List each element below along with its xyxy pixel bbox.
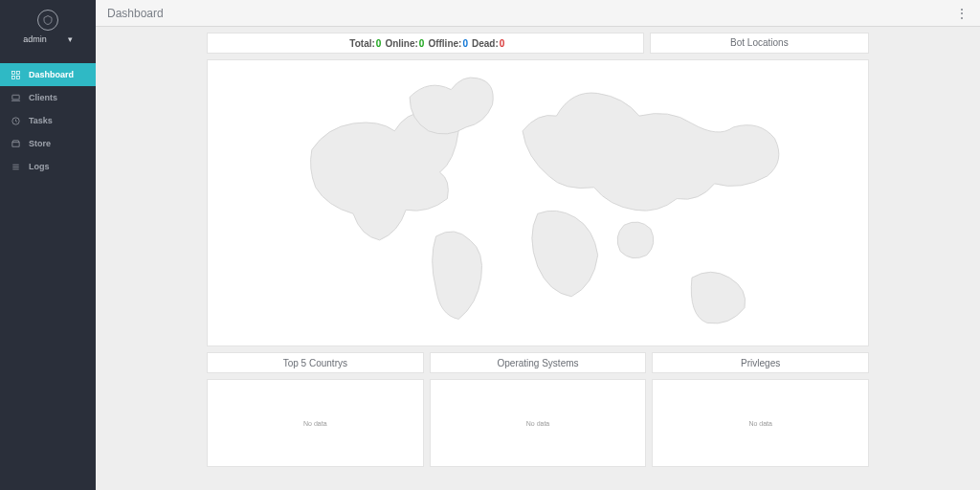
sidebar-item-clients[interactable]: Clients	[0, 86, 96, 109]
total-label: Total:	[349, 38, 374, 49]
world-map-svg	[224, 67, 852, 338]
page-title: Dashboard	[107, 7, 164, 20]
stats-card: Total: 0 Online: 0 Offline: 0 Dead: 0	[207, 33, 644, 54]
priv-title: Privleges	[652, 352, 869, 373]
profile-block: admin ▾	[0, 0, 96, 50]
dead-label: Dead:	[472, 38, 499, 49]
top-row: Total: 0 Online: 0 Offline: 0 Dead: 0 Bo…	[207, 33, 869, 54]
sidebar-item-tasks[interactable]: Tasks	[0, 109, 96, 132]
sidebar-item-label: Dashboard	[29, 70, 74, 79]
list-icon	[10, 162, 21, 172]
clock-icon	[10, 116, 21, 126]
offline-label: Offline:	[428, 38, 461, 49]
os-body: No data	[430, 379, 647, 467]
header-bar: Dashboard ⋮	[96, 0, 980, 27]
total-value: 0	[376, 38, 382, 49]
bottom-row: Top 5 Countrys No data Operating Systems…	[207, 352, 869, 467]
locations-card-head: Bot Locations	[650, 33, 869, 54]
username: admin	[23, 34, 47, 44]
profile-menu[interactable]: admin ▾	[8, 34, 88, 44]
svg-rect-3	[16, 76, 19, 78]
sidebar-item-store[interactable]: Store	[0, 132, 96, 155]
laptop-icon	[10, 93, 21, 103]
svg-rect-1	[16, 71, 19, 74]
locations-title: Bot Locations	[651, 33, 868, 52]
countries-title: Top 5 Countrys	[207, 352, 424, 373]
priv-card: Privleges No data	[652, 352, 869, 467]
online-value: 0	[419, 38, 425, 49]
countries-body: No data	[207, 379, 424, 467]
main: Dashboard ⋮ Total: 0 Online: 0 Offline: …	[96, 0, 980, 490]
online-label: Online:	[385, 38, 417, 49]
sidebar-nav: Dashboard Clients Tasks Store	[0, 63, 96, 178]
sidebar-item-dashboard[interactable]: Dashboard	[0, 63, 96, 86]
sidebar-item-label: Clients	[29, 93, 57, 102]
offline-value: 0	[462, 38, 468, 49]
os-title: Operating Systems	[430, 352, 647, 373]
store-icon	[10, 139, 21, 149]
svg-rect-0	[11, 71, 14, 74]
sidebar-item-logs[interactable]: Logs	[0, 155, 96, 178]
world-map[interactable]	[207, 59, 869, 346]
svg-rect-2	[11, 76, 14, 78]
avatar-icon	[37, 10, 58, 31]
svg-rect-4	[11, 95, 18, 100]
sidebar-item-label: Tasks	[29, 116, 53, 125]
os-card: Operating Systems No data	[430, 352, 647, 467]
sidebar-item-label: Store	[29, 139, 51, 148]
sidebar-item-label: Logs	[29, 162, 50, 171]
dead-value: 0	[500, 38, 505, 49]
dashboard-icon	[10, 70, 21, 80]
sidebar: admin ▾ Dashboard Clients Ta	[0, 0, 96, 490]
priv-body: No data	[652, 379, 869, 467]
more-menu-icon[interactable]: ⋮	[955, 7, 969, 20]
countries-card: Top 5 Countrys No data	[207, 352, 424, 467]
content: Total: 0 Online: 0 Offline: 0 Dead: 0 Bo…	[96, 27, 980, 490]
chevron-down-icon: ▾	[68, 34, 73, 44]
